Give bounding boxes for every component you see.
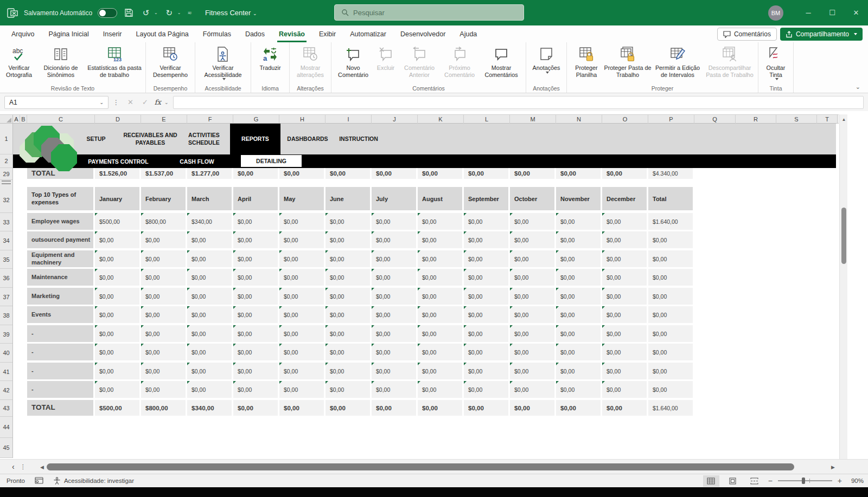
value-cell[interactable]: $0,00 [602, 250, 647, 267]
formula-input[interactable] [173, 96, 864, 109]
value-cell[interactable]: $0,00 [602, 231, 647, 248]
value-cell[interactable]: $0,00 [510, 344, 554, 360]
value-cell[interactable]: $0,00 [464, 288, 508, 305]
value-cell[interactable]: March [187, 187, 232, 210]
workbook-tab-instruction[interactable]: INSTRUCTION [331, 124, 386, 154]
menu-tab-ajuda[interactable]: Ajuda [452, 27, 484, 42]
value-cell[interactable]: $0,00 [418, 363, 462, 379]
save-icon[interactable] [123, 7, 135, 19]
subtab-cash-flow[interactable]: CASH FLOW [173, 154, 221, 168]
formula-bar-handle[interactable]: ⋮ [111, 99, 122, 106]
value-cell[interactable]: $0,00 [556, 168, 601, 179]
menu-tab-dados[interactable]: Dados [238, 27, 272, 42]
value-cell[interactable]: $0,00 [279, 363, 324, 379]
column-header-A[interactable]: A [13, 115, 20, 124]
value-cell[interactable]: $0,00 [464, 325, 508, 342]
total-cell[interactable]: $0,00 [648, 288, 693, 305]
row-label-cell[interactable]: TOTAL [27, 400, 93, 416]
comments-button[interactable]: Comentários [717, 28, 777, 41]
value-cell[interactable]: February [141, 187, 186, 210]
value-cell[interactable]: $0,00 [141, 325, 186, 342]
value-cell[interactable]: $0,00 [279, 306, 324, 323]
value-cell[interactable]: $0,00 [187, 325, 232, 342]
value-cell[interactable]: $0,00 [556, 231, 601, 248]
close-button[interactable]: ✕ [844, 0, 868, 25]
ribbon-button-translate[interactable]: aTraduzir [253, 44, 287, 72]
value-cell[interactable]: $1.526,00 [95, 168, 139, 179]
value-cell[interactable]: $0,00 [233, 400, 278, 416]
value-cell[interactable]: $0,00 [372, 400, 416, 416]
value-cell[interactable]: November [556, 187, 601, 210]
autosave-toggle[interactable] [98, 8, 117, 18]
menu-tab-layout-da-página[interactable]: Layout da Página [129, 27, 195, 42]
value-cell[interactable]: $0,00 [418, 400, 462, 416]
value-cell[interactable]: $0,00 [326, 288, 370, 305]
column-header-O[interactable]: O [602, 115, 648, 124]
value-cell[interactable]: $0,00 [602, 363, 647, 379]
document-title[interactable]: Fitness Center ⌄ [205, 9, 257, 17]
value-cell[interactable]: $0,00 [510, 269, 554, 286]
total-cell[interactable]: $1.640,00 [648, 400, 693, 416]
row-label-cell[interactable]: Top 10 Types of expenses [27, 187, 93, 210]
vertical-scrollbar[interactable]: ▲ ▼ [839, 114, 847, 466]
value-cell[interactable]: $0,00 [233, 168, 278, 179]
value-cell[interactable]: $0,00 [464, 400, 508, 416]
row-label-cell[interactable]: - [27, 344, 93, 360]
value-cell[interactable]: $0,00 [141, 381, 186, 398]
value-cell[interactable]: $0,00 [464, 344, 508, 360]
undo-icon[interactable]: ↺ [140, 7, 152, 19]
value-cell[interactable]: $0,00 [95, 306, 139, 323]
value-cell[interactable]: $0,00 [464, 363, 508, 379]
menu-tab-automatizar[interactable]: Automatizar [343, 27, 393, 42]
column-header-K[interactable]: K [418, 115, 464, 124]
value-cell[interactable]: $340,00 [187, 213, 232, 230]
value-cell[interactable]: $0,00 [326, 306, 370, 323]
value-cell[interactable]: $0,00 [418, 288, 462, 305]
column-header-S[interactable]: S [776, 115, 817, 124]
insert-function-icon[interactable]: fx [154, 98, 162, 106]
value-cell[interactable]: $0,00 [233, 288, 278, 305]
row-label-cell[interactable]: - [27, 381, 93, 398]
value-cell[interactable]: $1.537,00 [141, 168, 186, 179]
value-cell[interactable]: $0,00 [372, 363, 416, 379]
quick-access-menu-icon[interactable]: ≂ [187, 10, 192, 16]
value-cell[interactable]: $0,00 [510, 213, 554, 230]
value-cell[interactable]: $0,00 [279, 381, 324, 398]
menu-tab-fórmulas[interactable]: Fórmulas [196, 27, 238, 42]
value-cell[interactable]: $0,00 [556, 269, 601, 286]
value-cell[interactable]: $500,00 [95, 400, 139, 416]
value-cell[interactable]: July [372, 187, 416, 210]
value-cell[interactable]: $0,00 [602, 344, 647, 360]
value-cell[interactable]: $0,00 [326, 325, 370, 342]
row-header-29[interactable]: 29 [0, 168, 12, 180]
zoom-level[interactable]: 90% [847, 477, 864, 484]
value-cell[interactable]: $0,00 [233, 231, 278, 248]
row-header-2[interactable]: 2 [0, 154, 12, 168]
ribbon-button-show-comments[interactable]: Mostrar Comentários [479, 44, 524, 78]
value-cell[interactable]: $0,00 [326, 168, 370, 179]
horizontal-scroll-thumb[interactable] [47, 463, 794, 470]
row-label-cell[interactable]: Events [27, 306, 93, 323]
workbook-tab-reports[interactable]: REPORTS [230, 124, 280, 154]
redo-caret-icon[interactable]: ⌄ [177, 10, 181, 15]
row-header-36[interactable]: 36 [0, 269, 12, 288]
value-cell[interactable]: $0,00 [95, 231, 139, 248]
zoom-slider-thumb[interactable] [802, 477, 805, 484]
value-cell[interactable]: $0,00 [279, 213, 324, 230]
column-header-L[interactable]: L [464, 115, 510, 124]
minimize-button[interactable]: ─ [796, 0, 820, 25]
value-cell[interactable]: $0,00 [279, 325, 324, 342]
menu-tab-página-inicial[interactable]: Página Inicial [41, 27, 95, 42]
value-cell[interactable]: $0,00 [464, 250, 508, 267]
value-cell[interactable]: April [233, 187, 278, 210]
page-layout-view-button[interactable] [725, 475, 741, 487]
value-cell[interactable]: $0,00 [510, 288, 554, 305]
row-header-37[interactable]: 37 [0, 288, 12, 306]
ribbon-button-allow-edit-ranges[interactable]: Permitir a Edição de Intervalos [652, 44, 704, 78]
value-cell[interactable]: $0,00 [556, 325, 601, 342]
total-cell[interactable]: $0,00 [648, 231, 693, 248]
value-cell[interactable]: $0,00 [372, 269, 416, 286]
value-cell[interactable]: $0,00 [510, 325, 554, 342]
value-cell[interactable]: May [279, 187, 324, 210]
total-cell[interactable]: $0,00 [648, 250, 693, 267]
